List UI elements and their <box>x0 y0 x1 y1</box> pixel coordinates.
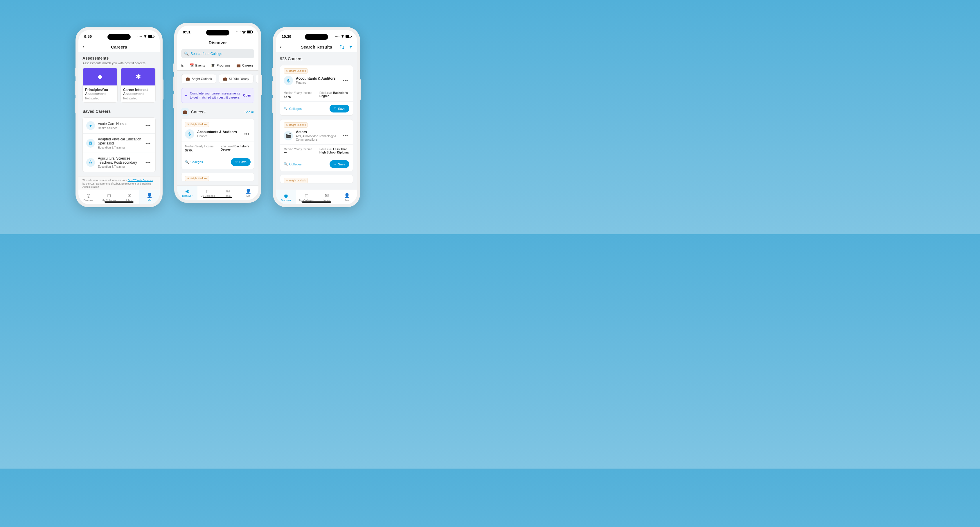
stat-label: Median Yearly Income <box>284 91 313 94</box>
compass-icon: ◉ <box>185 188 189 194</box>
more-button[interactable]: ••• <box>342 133 349 138</box>
asterisk-icon: ✱ <box>135 73 141 80</box>
clock: 9:51 <box>183 30 191 34</box>
filter-chip-bright-outlook[interactable]: 💼Bright Outlook <box>181 74 216 83</box>
tab-discover[interactable]: ◉Discover <box>177 186 197 200</box>
stat-value: $77K <box>284 95 313 99</box>
search-icon: 🔍 <box>185 160 189 164</box>
dollar-icon: $ <box>284 76 293 85</box>
nav-tab-careers[interactable]: 💼Careers <box>234 61 256 70</box>
search-icon: 🔍 <box>284 107 288 110</box>
assessment-card[interactable]: ✱ Career Interest Assessment Not started <box>121 68 156 102</box>
saved-career-item[interactable]: 🏛 Agricultural Sciences Teachers, Postse… <box>83 153 155 172</box>
saved-career-item[interactable]: 🏛 Adapted Physical Education Specialists… <box>83 134 155 153</box>
signal-icon: •••• <box>137 35 142 38</box>
dollar-icon: $ <box>185 129 194 139</box>
more-button[interactable]: ••• <box>243 132 251 136</box>
sparkle-icon: ✦ <box>185 93 188 97</box>
home-indicator[interactable] <box>302 201 331 203</box>
stat-label: Edu Level <box>320 148 333 151</box>
tab-me[interactable]: 👤Me <box>238 186 258 200</box>
career-title: Accountants & Auditors <box>296 77 339 80</box>
tab-discover[interactable]: ◎Discover <box>78 190 99 204</box>
film-icon: 🎬 <box>284 131 293 141</box>
bright-outlook-badge: ☀ Bright Outlook <box>284 68 308 73</box>
page-title: Search Results <box>301 45 332 50</box>
wifi-icon <box>242 30 246 34</box>
back-button[interactable]: ‹ <box>280 44 282 50</box>
clock: 9:59 <box>84 34 92 39</box>
banner-text: Complete your career assessments to get … <box>190 91 241 100</box>
more-button[interactable]: ••• <box>144 123 152 128</box>
assessment-title: PrinciplesYou Assessment <box>85 88 115 96</box>
bookmark-icon: ◻ <box>206 188 210 194</box>
more-button[interactable]: ••• <box>144 141 152 145</box>
career-category: Finance <box>296 81 339 85</box>
colleges-link[interactable]: 🔍Colleges <box>284 162 302 166</box>
tab-discover[interactable]: ◉Discover <box>276 190 296 204</box>
bright-outlook-badge: ☀ Bright Outlook <box>284 178 308 183</box>
career-card-partial: ☀ Bright Outlook <box>181 172 255 181</box>
results-count: 923 Careers <box>276 52 357 65</box>
envelope-icon: ✉ <box>325 193 329 198</box>
filter-button[interactable] <box>348 45 353 50</box>
assessment-card[interactable]: ◆ PrinciplesYou Assessment Not started <box>83 68 118 102</box>
notch <box>305 34 328 40</box>
heart-icon: ♡ <box>235 160 238 164</box>
search-input[interactable]: 🔍 Search for a College <box>181 49 255 58</box>
career-card: ☀ Bright Outlook 🎬 Actors Arts, Audio/Vi… <box>280 119 353 171</box>
stat-label: Edu Level <box>320 91 333 94</box>
tab-me[interactable]: 👤Me <box>139 190 160 204</box>
person-icon: 👤 <box>245 188 251 194</box>
stat-label: Median Yearly Income <box>284 148 312 151</box>
career-category: Health Science <box>98 126 142 129</box>
career-card: ☀ Bright Outlook $ Accountants & Auditor… <box>181 118 255 169</box>
banner-open-button[interactable]: Open <box>243 94 251 97</box>
onet-link[interactable]: O*NET Web Services <box>128 179 153 182</box>
save-button[interactable]: ♡Save <box>329 160 349 168</box>
battery-icon <box>148 35 154 38</box>
heart-icon: ♡ <box>334 162 337 166</box>
wifi-icon <box>143 35 147 38</box>
compass-icon: ◎ <box>86 193 91 198</box>
colleges-link[interactable]: 🔍Colleges <box>284 107 302 110</box>
tab-me[interactable]: 👤Me <box>337 190 357 204</box>
envelope-icon: ✉ <box>127 193 131 198</box>
briefcase-icon: 💼 <box>223 77 228 81</box>
battery-icon <box>247 30 253 34</box>
more-button[interactable]: ••• <box>342 78 349 83</box>
page-title: Careers <box>111 45 127 50</box>
filter-chip-partial[interactable]: 💼 <box>256 74 258 83</box>
nav-tab-partial[interactable]: ts <box>178 61 187 70</box>
filter-chip-120k[interactable]: 💼$120k+ Yearly <box>219 74 253 83</box>
nav-tab-events[interactable]: 📅Events <box>187 61 208 70</box>
career-card-partial: ☀ Bright Outlook <box>280 175 353 184</box>
home-indicator[interactable] <box>203 197 232 198</box>
bookmark-icon: ◻ <box>107 193 111 198</box>
sort-button[interactable] <box>340 45 344 50</box>
briefcase-icon: 💼 <box>181 108 189 116</box>
building-icon: 🏛 <box>86 139 95 148</box>
compass-icon: ◉ <box>284 193 288 198</box>
assessments-subtext: Assessments match you with best fit care… <box>83 61 156 65</box>
more-button[interactable]: ••• <box>144 160 152 165</box>
saved-career-item[interactable]: ♥ Acute Care Nurses Health Science ••• <box>83 118 155 134</box>
nav-tab-programs[interactable]: 🎓Programs <box>208 61 234 70</box>
see-all-link[interactable]: See all <box>245 110 255 113</box>
save-button[interactable]: ♡Save <box>329 105 349 112</box>
stat-label: Edu Level <box>221 145 234 148</box>
career-title: Adapted Physical Education Specialists <box>98 137 142 145</box>
back-button[interactable]: ‹ <box>83 44 84 50</box>
bright-outlook-badge: ☀ Bright Outlook <box>185 176 209 181</box>
assessments-heading: Assessments <box>83 56 156 61</box>
colleges-link[interactable]: 🔍Colleges <box>185 160 203 164</box>
building-icon: 🏛 <box>86 158 95 167</box>
grad-icon: 🎓 <box>211 63 215 67</box>
footer-attribution: This site incorporates information from … <box>78 176 160 190</box>
home-indicator[interactable] <box>105 201 134 203</box>
save-button[interactable]: ♡Save <box>231 158 251 166</box>
career-title: Acute Care Nurses <box>98 122 142 126</box>
wifi-icon <box>340 35 345 38</box>
notch <box>206 30 229 35</box>
search-icon: 🔍 <box>184 51 189 56</box>
